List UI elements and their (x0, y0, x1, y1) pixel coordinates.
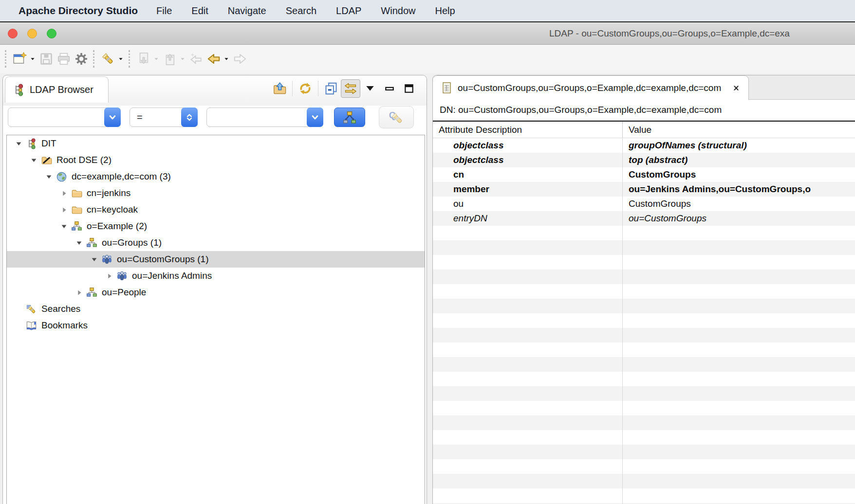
empty-cell (433, 386, 623, 401)
back-history-button[interactable] (187, 49, 205, 69)
menu-item-edit[interactable]: Edit (191, 5, 208, 17)
new-connection-button[interactable] (11, 49, 29, 69)
tree-item-ou-jenkins-admins[interactable]: ou=Jenkins Admins (7, 268, 425, 284)
menu-item-search[interactable]: Search (286, 5, 316, 17)
attribute-row-empty (433, 401, 855, 415)
attribute-row-member-3[interactable]: memberou=Jenkins Admins,ou=CustomGroups,… (433, 182, 855, 197)
attribute-row-objectclass-1[interactable]: objectclasstop (abstract) (433, 153, 855, 167)
export-button[interactable] (161, 49, 179, 69)
attribute-value-cell[interactable]: groupOfNames (structural) (623, 138, 855, 153)
tree-item-o-example-2[interactable]: o=Example (2) (7, 218, 425, 234)
window-zoom-button[interactable] (47, 29, 56, 38)
print-button[interactable] (55, 49, 73, 69)
menu-item-navigate[interactable]: Navigate (228, 5, 266, 17)
attribute-value-cell[interactable]: CustomGroups (623, 167, 855, 182)
search-dropdown-caret-icon[interactable] (117, 49, 125, 69)
back-button[interactable] (205, 49, 223, 69)
search-flashlight-button[interactable] (99, 49, 117, 69)
expand-arrow-icon[interactable] (73, 289, 85, 296)
collapse-arrow-icon[interactable] (43, 173, 55, 180)
attribute-name-cell[interactable]: objectclass (433, 138, 623, 153)
refresh-button[interactable] (296, 79, 315, 98)
attribute-row-empty (433, 357, 855, 372)
expand-arrow-icon[interactable] (103, 272, 115, 280)
collapse-arrow-icon[interactable] (88, 256, 100, 263)
menu-item-window[interactable]: Window (381, 5, 415, 17)
searches-icon (25, 304, 37, 315)
main-toolbar (0, 45, 855, 73)
tree-item-dc-example-dc-com-3[interactable]: dc=example,dc=com (3) (7, 168, 425, 185)
attribute-name-cell[interactable]: objectclass (433, 153, 623, 167)
menu-item-ldap[interactable]: LDAP (336, 5, 361, 17)
attribute-value-cell[interactable]: ou=CustomGroups (623, 211, 855, 226)
tree-item-label: Searches (41, 304, 80, 314)
column-header-value[interactable]: Value (623, 122, 855, 138)
attribute-name-cell[interactable]: cn (433, 167, 623, 182)
attribute-name-cell[interactable]: entryDN (433, 211, 623, 226)
tab-ldap-browser[interactable]: LDAP Browser (5, 76, 109, 103)
attribute-value-cell[interactable]: ou=Jenkins Admins,ou=CustomGroups,o (623, 182, 855, 197)
toolbar-drag-handle[interactable] (93, 50, 95, 68)
column-header-attribute[interactable]: Attribute Description (433, 122, 623, 138)
view-menu-button[interactable] (360, 79, 380, 98)
quick-search-scope-button[interactable] (334, 108, 365, 127)
maximize-view-button[interactable] (399, 79, 419, 98)
tree-item-ou-people[interactable]: ou=People (7, 284, 425, 301)
toolbar-drag-handle[interactable] (5, 50, 7, 68)
window-close-button[interactable] (8, 29, 18, 38)
tree-item-ou-customgroups-1[interactable]: ou=CustomGroups (1) (7, 251, 425, 268)
collapse-arrow-icon[interactable] (13, 140, 24, 147)
forward-button[interactable] (231, 49, 249, 69)
empty-cell (623, 342, 855, 357)
quick-search-attribute-combo[interactable] (8, 108, 121, 127)
tree-item-bookmarks[interactable]: Bookmarks (7, 317, 425, 334)
tree-item-root-dse-2[interactable]: Root DSE (2) (7, 152, 425, 168)
attribute-row-entrydn-5[interactable]: entryDNou=CustomGroups (433, 211, 855, 226)
dn-bar: DN: ou=CustomGroups,ou=Groups,o=Example,… (433, 100, 855, 121)
empty-cell (623, 240, 855, 255)
collapse-arrow-icon[interactable] (73, 239, 85, 247)
save-button[interactable] (37, 49, 55, 69)
attribute-value-cell[interactable]: top (abstract) (623, 153, 855, 167)
collapse-arrow-icon[interactable] (28, 157, 39, 164)
quick-search-run-button[interactable] (379, 106, 414, 128)
expand-arrow-icon[interactable] (58, 206, 70, 214)
entry-editor-panel: ou=CustomGroups,ou=Groups,o=Example,dc=e… (432, 75, 855, 504)
new-dropdown-caret-icon[interactable] (29, 49, 37, 69)
toolbar-drag-handle[interactable] (129, 50, 130, 68)
attribute-name-cell[interactable]: member (433, 182, 623, 197)
window-minimize-button[interactable] (27, 29, 37, 38)
tree-item-cn-jenkins[interactable]: cn=jenkins (7, 185, 425, 201)
tab-entry-editor[interactable]: ou=CustomGroups,ou=Groups,o=Example,dc=e… (433, 75, 749, 100)
link-with-editor-button[interactable] (341, 79, 360, 98)
tree-item-searches[interactable]: Searches (7, 301, 425, 317)
attribute-value-cell[interactable]: CustomGroups (623, 197, 855, 211)
attribute-name-cell[interactable]: ou (433, 197, 623, 211)
tree-item-ou-groups-1[interactable]: ou=Groups (1) (7, 234, 425, 251)
import-button[interactable] (135, 49, 152, 69)
collapse-all-button[interactable] (321, 79, 341, 98)
empty-cell (433, 328, 623, 342)
tree-item-cn-keycloak[interactable]: cn=keycloak (7, 201, 425, 218)
quick-search-value-combo[interactable] (206, 108, 323, 127)
attribute-row-ou-4[interactable]: ouCustomGroups (433, 197, 855, 211)
expand-arrow-icon[interactable] (58, 190, 70, 197)
minimize-view-button[interactable] (380, 79, 399, 98)
tree-item-dit[interactable]: DIT (7, 135, 425, 152)
go-up-button[interactable] (270, 79, 289, 98)
menu-item-help[interactable]: Help (435, 5, 455, 17)
menu-item-file[interactable]: File (156, 5, 172, 17)
stepper-updown-icon[interactable] (181, 108, 198, 127)
close-tab-icon[interactable] (731, 83, 742, 93)
attribute-row-cn-2[interactable]: cnCustomGroups (433, 167, 855, 182)
chevron-down-icon[interactable] (104, 108, 121, 127)
chevron-down-icon[interactable] (307, 108, 323, 127)
preferences-gear-button[interactable] (73, 49, 90, 69)
back-dropdown-caret-icon[interactable] (223, 49, 230, 69)
attribute-row-objectclass-0[interactable]: objectclassgroupOfNames (structural) (433, 138, 855, 153)
collapse-arrow-icon[interactable] (58, 223, 70, 230)
quick-search-operator-combo[interactable]: = (130, 108, 198, 127)
rootdse-icon (40, 155, 53, 166)
empty-cell (623, 357, 855, 372)
app-name[interactable]: Apache Directory Studio (19, 5, 138, 17)
